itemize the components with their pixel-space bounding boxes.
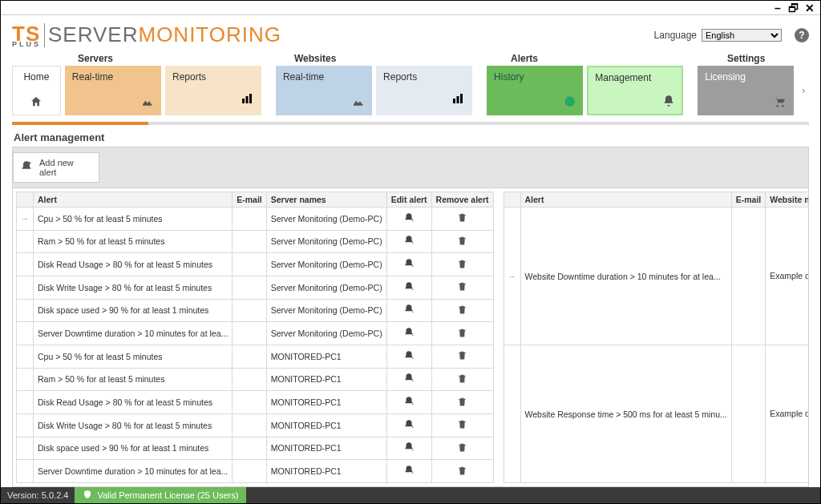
group-label-settings: Settings [727, 53, 807, 64]
names-cell: Example of working website [766, 208, 809, 345]
status-version: Version: 5.0.2.4 [1, 490, 75, 500]
app-logo: TS PLUS SERVER MONITORING [12, 22, 281, 48]
svg-rect-4 [457, 96, 459, 103]
remove-alert-button[interactable] [431, 460, 493, 483]
names-cell: MONITORED-PC1 [266, 391, 386, 414]
edit-alert-button[interactable] [386, 230, 431, 253]
alert-cell: Disk Read Usage > 80 % for at least 5 mi… [34, 391, 233, 414]
col-website-names[interactable]: Website names [766, 192, 809, 208]
remove-alert-button[interactable] [431, 208, 493, 231]
row-indicator [17, 253, 34, 276]
edit-alert-button[interactable] [386, 368, 431, 391]
table-row[interactable]: Disk Write Usage > 80 % for at least 5 m… [17, 413, 494, 437]
remove-alert-button[interactable] [431, 253, 493, 276]
remove-alert-button[interactable] [431, 276, 493, 299]
names-cell: Server Monitoring (Demo-PC) [266, 276, 386, 299]
svg-text:+: + [28, 160, 31, 166]
window-close-button[interactable]: ✕ [804, 2, 815, 14]
edit-alert-button[interactable] [386, 437, 431, 460]
col-email[interactable]: E-mail [233, 192, 267, 208]
nav-servers-realtime[interactable]: Real-time [65, 66, 161, 115]
nav-alerts-history[interactable]: History [487, 66, 583, 115]
svg-rect-1 [246, 96, 249, 103]
col-remove[interactable]: Remove alert [431, 192, 493, 208]
window-restore-button[interactable]: 🗗 [788, 2, 799, 14]
edit-alert-button[interactable] [386, 322, 431, 345]
nav-home-label: Home [23, 71, 49, 83]
edit-alert-button[interactable] [386, 253, 431, 276]
add-alert-label: Add new alert [39, 158, 92, 177]
table-row[interactable]: →Cpu > 50 % for at least 5 minutesServer… [17, 208, 494, 231]
cart-icon [774, 93, 787, 110]
shield-icon [83, 490, 92, 501]
help-button[interactable]: ? [795, 28, 809, 42]
edit-alert-button[interactable] [386, 345, 431, 368]
remove-alert-button[interactable] [431, 230, 493, 253]
edit-alert-button[interactable] [386, 208, 431, 231]
realtime-icon [352, 93, 365, 110]
row-indicator [504, 345, 520, 483]
nav-settings-licensing-label: Licensing [705, 71, 787, 83]
col-server-names[interactable]: Server names [266, 192, 386, 208]
alert-cell: Disk Read Usage > 80 % for at least 5 mi… [34, 253, 233, 276]
col-edit[interactable]: Edit alert [386, 192, 431, 208]
table-row[interactable]: Disk space used > 90 % for at least 1 mi… [17, 299, 494, 322]
remove-alert-button[interactable] [431, 368, 493, 391]
edit-alert-button[interactable] [386, 460, 431, 483]
nav-alerts-management[interactable]: Management [587, 66, 683, 115]
logo-plus: PLUS [12, 40, 41, 48]
table-row[interactable]: Ram > 50 % for at least 5 minutesServer … [17, 230, 494, 253]
table-row[interactable]: Server Downtime duration > 10 minutes fo… [17, 460, 494, 483]
col-alert[interactable]: Alert [34, 192, 233, 208]
nav-settings-licensing[interactable]: Licensing [698, 66, 794, 115]
edit-alert-button[interactable] [386, 413, 431, 437]
remove-alert-button[interactable] [431, 299, 493, 322]
nav-servers-reports[interactable]: Reports [165, 66, 261, 115]
col-alert[interactable]: Alert [520, 192, 731, 208]
remove-alert-button[interactable] [431, 391, 493, 414]
table-row[interactable]: Disk Read Usage > 80 % for at least 5 mi… [17, 391, 494, 414]
names-cell: MONITORED-PC1 [266, 460, 386, 483]
table-row[interactable]: Server Downtime duration > 10 minutes fo… [17, 322, 494, 345]
remove-alert-button[interactable] [431, 322, 493, 345]
status-license[interactable]: Valid Permanent License (25 Users) [75, 487, 246, 503]
nav-home[interactable]: Home [12, 66, 61, 115]
nav-websites-reports-label: Reports [383, 71, 465, 83]
nav-websites-reports[interactable]: Reports [376, 66, 472, 115]
col-email[interactable]: E-mail [731, 192, 766, 208]
email-cell [233, 208, 267, 231]
website-alerts-table: Alert E-mail Website names Edit alert Re… [504, 192, 809, 483]
edit-alert-button[interactable] [386, 391, 431, 414]
table-row[interactable]: Website Response time > 500 ms for at le… [504, 345, 809, 483]
table-row[interactable]: Disk Write Usage > 80 % for at least 5 m… [17, 276, 494, 299]
alert-cell: Ram > 50 % for at least 5 minutes [34, 230, 233, 253]
remove-alert-button[interactable] [431, 345, 493, 368]
row-indicator [17, 437, 34, 460]
home-icon [30, 91, 42, 110]
nav-websites-realtime[interactable]: Real-time [276, 66, 372, 115]
alert-cell: Cpu > 50 % for at least 5 minutes [34, 208, 233, 231]
add-alert-button[interactable]: + Add new alert [13, 152, 99, 183]
email-cell [233, 299, 267, 322]
nav-alerts-history-label: History [494, 71, 576, 83]
alert-cell: Server Downtime duration > 10 minutes fo… [34, 460, 233, 483]
window-minimize-button[interactable]: – [772, 2, 783, 14]
row-indicator [17, 276, 34, 299]
svg-rect-0 [242, 99, 245, 103]
remove-alert-button[interactable] [431, 413, 493, 437]
table-row[interactable]: Cpu > 50 % for at least 5 minutesMONITOR… [17, 345, 494, 368]
edit-alert-button[interactable] [386, 299, 431, 322]
table-row[interactable]: →Website Downtime duration > 10 minutes … [504, 208, 809, 345]
names-cell: Example of working website [766, 345, 809, 483]
nav-scroll-right[interactable]: › [798, 66, 809, 115]
table-row[interactable]: Disk Read Usage > 80 % for at least 5 mi… [17, 253, 494, 276]
edit-alert-button[interactable] [386, 276, 431, 299]
table-row[interactable]: Disk space used > 90 % for at least 1 mi… [17, 437, 494, 460]
table-row[interactable]: Ram > 50 % for at least 5 minutesMONITOR… [17, 368, 494, 391]
language-label: Language [654, 30, 697, 41]
page-title: Alert management [14, 131, 809, 143]
names-cell: Server Monitoring (Demo-PC) [266, 253, 386, 276]
row-indicator [17, 299, 34, 322]
language-select[interactable]: English [702, 29, 782, 42]
remove-alert-button[interactable] [431, 437, 493, 460]
